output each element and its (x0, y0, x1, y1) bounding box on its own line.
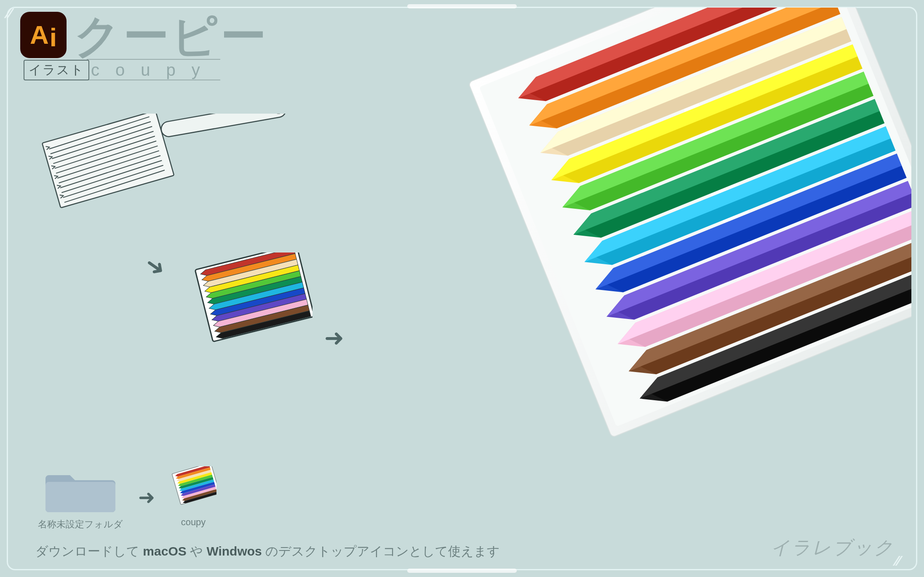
title-block: クーピー coupy (74, 12, 269, 80)
untitled-folder: 名称未設定フォルダ (38, 463, 123, 531)
footer-mid: や (187, 544, 207, 558)
footer-prefix: ダウンロードして (35, 544, 143, 558)
title-japanese: クーピー (74, 13, 269, 59)
arrow-icon-2: ➜ (324, 324, 344, 351)
coupy-folder: coupy (170, 466, 216, 528)
untitled-folder-label: 名称未設定フォルダ (38, 518, 123, 531)
arrow-icon-3: ➜ (138, 485, 155, 509)
title-romaji: coupy (87, 59, 220, 80)
footer-mac: macOS (143, 544, 186, 558)
main-crayon-illustration (406, 8, 911, 563)
footer-win: Windwos (206, 544, 262, 558)
colored-sketch (190, 253, 312, 364)
ai-letter-a: A (30, 22, 49, 48)
folder-icon (45, 463, 116, 514)
svg-rect-1 (160, 114, 287, 138)
frame-notch-bottom (407, 569, 517, 573)
coupy-folder-label: coupy (181, 517, 206, 528)
coupy-icon (170, 466, 216, 513)
adobe-illustrator-icon: Ai (20, 12, 67, 58)
illust-badge: イラスト (24, 60, 89, 80)
folder-row: 名称未設定フォルダ ➜ coupy (38, 463, 216, 531)
ai-letter-i: i (50, 24, 57, 51)
